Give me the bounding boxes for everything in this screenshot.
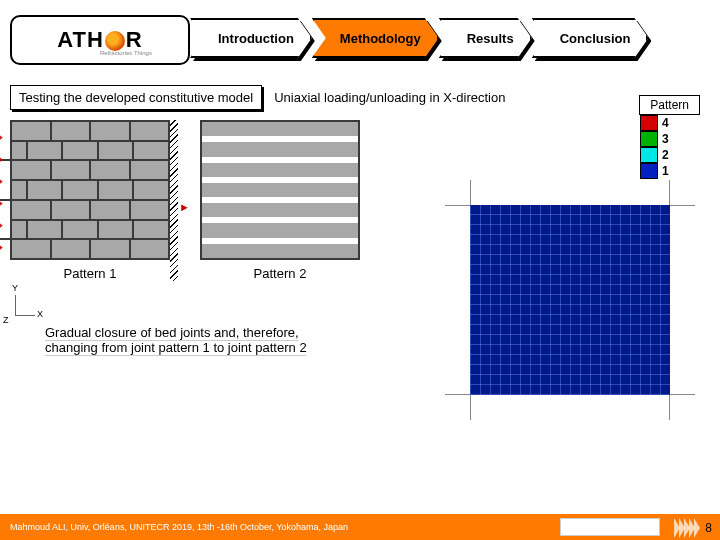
nav-introduction: Introduction <box>190 18 312 58</box>
layered-wall-icon <box>200 120 360 260</box>
logo: ATHR <box>10 15 190 65</box>
axis-y-label: Y <box>12 283 18 293</box>
pattern1-diagram: →→→→→→ ► Pattern 1 <box>10 120 170 281</box>
logo-text-after: R <box>126 27 143 52</box>
footer-text: Mahmoud ALI, Univ, Orléans, UNITECR 2019… <box>10 522 348 532</box>
nav-label: Methodology <box>340 31 421 46</box>
logo-text-before: ATH <box>57 27 104 52</box>
nav-label: Introduction <box>218 31 294 46</box>
axis-x-label: X <box>37 309 43 319</box>
nav-label: Results <box>467 31 514 46</box>
axis-z-label: Z <box>3 315 9 325</box>
chevron-decoration-icon <box>675 518 700 538</box>
description-text: Gradual closure of bed joints and, there… <box>45 325 307 355</box>
nav-methodology: Methodology <box>312 18 439 58</box>
nav-label: Conclusion <box>560 31 631 46</box>
fixed-boundary-icon <box>170 120 178 281</box>
page-number: 8 <box>705 521 712 535</box>
nav-conclusion: Conclusion <box>532 18 649 58</box>
pattern1-caption: Pattern 1 <box>10 266 170 281</box>
description-line2: changing from joint pattern 1 to joint p… <box>45 340 307 355</box>
logo-subtext: Refractories Things <box>100 50 152 56</box>
nav-breadcrumb: Introduction Methodology Results Conclus… <box>190 18 648 58</box>
mesh-region-icon <box>470 205 670 395</box>
mesh-figure <box>445 180 695 420</box>
subtitle-box: Testing the developed constitutive model <box>10 85 262 110</box>
description-line1: Gradual closure of bed joints and, there… <box>45 325 307 340</box>
pattern2-diagram: Pattern 2 <box>200 120 360 281</box>
nav-results: Results <box>439 18 532 58</box>
load-arrows-icon: →→→→→→ <box>0 128 6 256</box>
subtitle-text: Uniaxial loading/unloading in X-directio… <box>274 90 505 105</box>
pattern-label-box: Pattern <box>639 95 700 115</box>
brick-wall-icon <box>10 120 170 260</box>
footer-logos-icon <box>560 518 660 536</box>
pattern2-caption: Pattern 2 <box>200 266 360 281</box>
logo-orb-icon <box>105 31 125 51</box>
small-arrow-icon: ► <box>179 201 190 213</box>
